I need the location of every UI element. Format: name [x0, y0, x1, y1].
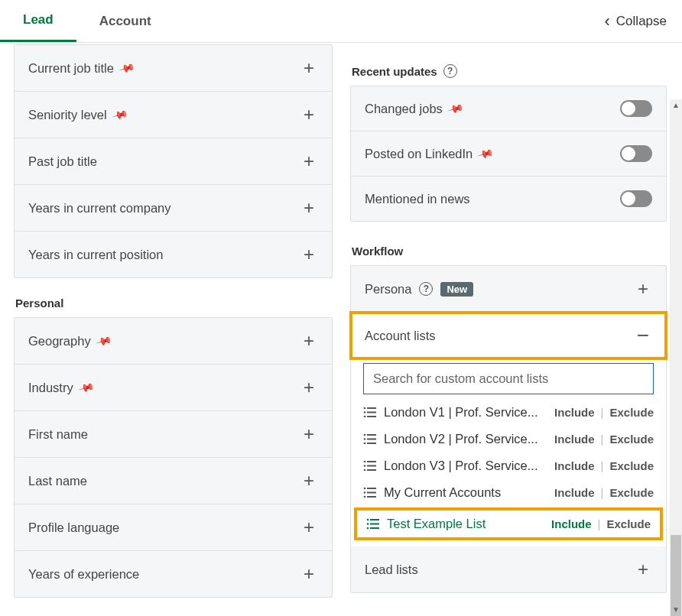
exclude-button[interactable]: Exclude	[609, 406, 654, 419]
svg-rect-15	[367, 461, 376, 462]
help-icon[interactable]: ?	[419, 282, 433, 296]
tab-strip: Lead Account	[0, 0, 174, 42]
collapse-icon[interactable]: −	[634, 325, 652, 346]
expand-icon[interactable]: +	[300, 425, 318, 443]
include-button[interactable]: Include	[551, 517, 592, 530]
filter-label: Industry	[28, 381, 73, 395]
svg-point-8	[364, 443, 366, 445]
include-button[interactable]: Include	[554, 486, 595, 499]
workflow-lead-lists[interactable]: Lead lists +	[351, 546, 666, 592]
account-list-item[interactable]: London V2 | Prof. Service... Include | E…	[351, 426, 666, 452]
filter-past-job-title[interactable]: Past job title +	[15, 138, 332, 185]
account-list-item[interactable]: My Current Accounts Include | Exclude	[351, 479, 666, 506]
top-bar: Lead Account ‹ Collapse	[0, 0, 682, 43]
list-icon	[363, 433, 376, 445]
svg-rect-22	[367, 492, 376, 494]
svg-rect-4	[367, 412, 376, 413]
collapse-label: Collapse	[616, 14, 667, 29]
include-button[interactable]: Include	[554, 433, 595, 446]
chevron-left-icon: ‹	[605, 13, 610, 30]
filter-profile-language[interactable]: Profile language +	[15, 504, 332, 551]
filter-industry[interactable]: Industry📌 +	[15, 365, 332, 411]
svg-rect-21	[367, 488, 376, 489]
scrollbar[interactable]: ▲ ▼	[670, 99, 682, 616]
exclude-button[interactable]: Exclude	[609, 486, 654, 499]
expand-icon[interactable]: +	[300, 245, 318, 264]
svg-point-26	[367, 527, 369, 530]
list-icon	[363, 460, 376, 472]
expand-icon[interactable]: +	[300, 105, 318, 124]
toggle-switch[interactable]	[620, 145, 652, 162]
filter-years-company[interactable]: Years in current company +	[15, 185, 332, 232]
list-icon	[363, 487, 376, 498]
filter-geography[interactable]: Geography📌 +	[15, 318, 332, 365]
expand-icon[interactable]: +	[300, 59, 318, 77]
search-account-lists-input[interactable]	[363, 363, 654, 394]
svg-rect-23	[367, 496, 376, 498]
new-badge: New	[440, 282, 473, 297]
svg-rect-17	[367, 469, 376, 471]
filter-label: Current job title	[28, 61, 114, 76]
toggle-label: Posted on LinkedIn	[365, 147, 473, 161]
expand-icon[interactable]: +	[300, 565, 318, 583]
filter-label: Seniority level	[28, 108, 107, 122]
svg-point-20	[364, 496, 366, 498]
include-button[interactable]: Include	[554, 406, 595, 419]
workflow-label: Persona	[365, 282, 411, 297]
toggle-switch[interactable]	[620, 190, 652, 207]
workflow-card: Persona ? New + Account lists −	[350, 265, 667, 593]
account-list-item[interactable]: London V1 | Prof. Service... Include | E…	[351, 399, 666, 426]
svg-point-13	[364, 465, 366, 467]
svg-point-19	[364, 491, 366, 494]
toggle-label: Mentioned in news	[365, 192, 470, 206]
scroll-down-icon[interactable]: ▼	[670, 604, 682, 616]
filter-label: Geography	[28, 334, 91, 349]
filter-label: Years of experience	[28, 567, 139, 582]
filter-years-experience[interactable]: Years of experience +	[15, 551, 332, 597]
workflow-account-lists[interactable]: Account lists −	[351, 313, 666, 358]
list-name: Test Example List	[387, 517, 486, 531]
svg-point-7	[364, 438, 366, 440]
filter-seniority-level[interactable]: Seniority level📌 +	[15, 92, 332, 138]
expand-icon[interactable]: +	[300, 332, 318, 350]
exclude-button[interactable]: Exclude	[609, 433, 654, 446]
help-icon[interactable]: ?	[443, 64, 457, 78]
list-icon	[363, 407, 376, 418]
expand-icon[interactable]: +	[634, 560, 652, 579]
expand-icon[interactable]: +	[300, 518, 318, 537]
filter-current-job-title[interactable]: Current job title📌 +	[15, 45, 332, 92]
expand-icon[interactable]: +	[300, 152, 318, 170]
filter-last-name[interactable]: Last name +	[15, 458, 332, 504]
filter-years-position[interactable]: Years in current position +	[15, 232, 332, 277]
exclude-button[interactable]: Exclude	[606, 517, 651, 530]
scroll-up-icon[interactable]: ▲	[670, 99, 682, 112]
svg-point-12	[364, 461, 366, 463]
tab-account[interactable]: Account	[76, 0, 174, 42]
expand-icon[interactable]: +	[300, 199, 318, 217]
collapse-button[interactable]: ‹ Collapse	[605, 13, 667, 30]
workflow-persona[interactable]: Persona ? New +	[351, 266, 666, 313]
filter-label: Last name	[28, 474, 87, 488]
svg-point-1	[364, 411, 366, 413]
include-button[interactable]: Include	[554, 459, 595, 472]
section-recent-updates: Recent updates ?	[352, 64, 667, 78]
filter-first-name[interactable]: First name +	[15, 411, 332, 458]
expand-icon[interactable]: +	[300, 378, 318, 397]
toggle-changed-jobs: Changed jobs📌	[351, 86, 666, 131]
expand-icon[interactable]: +	[634, 280, 652, 298]
exclude-button[interactable]: Exclude	[609, 459, 654, 472]
account-list-item-selected[interactable]: Test Example List Include | Exclude	[354, 507, 663, 540]
filter-label: Years in current company	[28, 201, 171, 216]
account-list-item[interactable]: London V3 | Prof. Service... Include | E…	[351, 452, 666, 479]
filter-group-personal: Geography📌 + Industry📌 + First name + La…	[14, 317, 333, 598]
filter-label: Profile language	[28, 520, 119, 535]
svg-rect-16	[367, 465, 376, 467]
toggle-switch[interactable]	[620, 100, 652, 117]
right-column: Recent updates ? Changed jobs📌 Posted on…	[339, 43, 682, 616]
account-lists-dropdown: London V1 | Prof. Service... Include | E…	[351, 358, 666, 546]
expand-icon[interactable]: +	[300, 472, 318, 490]
tab-lead[interactable]: Lead	[0, 0, 76, 42]
toggle-label: Changed jobs	[365, 102, 443, 116]
left-column: Current job title📌 + Seniority level📌 + …	[0, 43, 339, 616]
toggle-mentioned-news: Mentioned in news	[351, 177, 666, 221]
